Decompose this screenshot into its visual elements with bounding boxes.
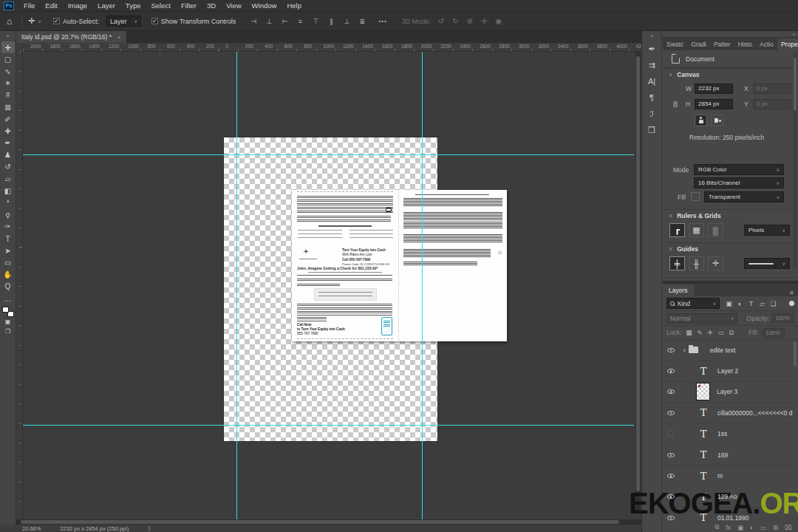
layer-row[interactable]: ∨ T Layer 2	[663, 361, 798, 381]
add-mask-icon[interactable]: ▣	[737, 524, 743, 531]
guide-vertical-2[interactable]	[422, 52, 423, 519]
layer-visibility-toggle[interactable]	[663, 369, 678, 373]
menu-item[interactable]: View	[221, 1, 246, 10]
filter-shape-icon[interactable]: ▱	[757, 300, 768, 307]
layer-name[interactable]: edite text	[710, 347, 736, 354]
auto-select-checkbox[interactable]: ✓	[53, 18, 60, 24]
menu-item[interactable]: Window	[247, 1, 282, 10]
dodge-tool[interactable]: ϙ	[1, 209, 15, 221]
horizontal-ruler[interactable]: 2000180016001400120010008006004002000200…	[16, 43, 641, 52]
color-mode-dropdown[interactable]: RGB Color ∨	[694, 164, 784, 175]
more-options-icon[interactable]: •••	[378, 18, 386, 24]
status-chevron-icon[interactable]: ⟩	[148, 525, 150, 532]
layer-effects-icon[interactable]: fx	[726, 524, 731, 531]
layer-row[interactable]: ∨ T 1ss	[663, 424, 798, 445]
quick-mask-icon[interactable]: ▣	[1, 317, 15, 327]
layers-menu-icon[interactable]: ≡	[785, 289, 798, 296]
menu-item[interactable]: Image	[63, 1, 92, 10]
document-tab[interactable]: Italy id.psd @ 20.7% (RGB/16) * ×	[16, 31, 126, 43]
eyedropper-tool[interactable]: ✐	[1, 113, 15, 125]
ruler-units-dropdown[interactable]: Pixels ∨	[744, 225, 790, 236]
panel-tab[interactable]: Swatc	[663, 38, 687, 50]
snap-toggle-icon[interactable]: ▒	[708, 223, 723, 237]
grid-toggle-icon[interactable]: ▦	[689, 223, 704, 237]
menu-item[interactable]: Layer	[92, 1, 120, 10]
layer-visibility-toggle[interactable]	[663, 348, 678, 352]
adjustment-layer-icon[interactable]: ◐	[750, 524, 754, 531]
canvas-viewport[interactable]: ✈ Turn Your Equity into Cash With Rates …	[16, 52, 641, 519]
frame-tool[interactable]: ⊠	[1, 101, 15, 113]
link-layers-icon[interactable]: ⧉	[715, 523, 719, 531]
healing-brush-tool[interactable]: ✚	[1, 125, 15, 137]
toolbar-collapse-icon[interactable]: »	[7, 31, 10, 41]
orientation-portrait-button[interactable]	[695, 115, 707, 126]
shape-tool[interactable]: ▭	[1, 256, 15, 268]
rulers-grids-section-header[interactable]: ∨ Rulers & Grids	[663, 209, 798, 222]
menu-item[interactable]: 3D	[202, 1, 221, 10]
brush-tool[interactable]: ✒	[1, 137, 15, 149]
clone-source-icon[interactable]: ⇉	[644, 57, 661, 73]
screen-mode-icon[interactable]: ❐	[1, 327, 15, 336]
foreground-background-swatches[interactable]	[2, 307, 14, 317]
brush-settings-icon[interactable]: ✒	[644, 41, 661, 57]
group-expand-chevron-icon[interactable]: ∨	[683, 347, 686, 353]
panel-tab[interactable]: Actio	[756, 38, 777, 50]
layer-row[interactable]: ∨ T m	[663, 466, 798, 486]
gradient-tool[interactable]: ◧	[1, 185, 15, 197]
layer-visibility-toggle[interactable]	[663, 494, 678, 499]
canvas-vertical-scrollbar[interactable]	[635, 52, 641, 514]
rulers-toggle-icon[interactable]: ┏	[669, 223, 685, 237]
layer-visibility-toggle[interactable]	[663, 411, 678, 415]
menu-item[interactable]: Type	[120, 1, 146, 10]
properties-scrollbar[interactable]	[793, 53, 797, 267]
layer-name[interactable]: 169	[717, 451, 728, 459]
auto-select-target-dropdown[interactable]: Layer ∨	[106, 16, 141, 27]
layer-name[interactable]: m	[717, 472, 723, 480]
layer-visibility-toggle[interactable]	[663, 516, 678, 520]
edit-toolbar[interactable]: …	[1, 293, 15, 304]
layer-name[interactable]: cilla0000000...<<<<<<<0 d	[717, 409, 792, 417]
expand-panels-icon[interactable]: «	[650, 31, 653, 41]
canvas-width-field[interactable]: 2232 px	[695, 83, 733, 94]
layer-visibility-toggle[interactable]	[663, 474, 678, 478]
lock-all-icon[interactable]: Ω	[729, 329, 734, 336]
libraries-panel-icon[interactable]: ❒	[644, 122, 661, 138]
layers-tab[interactable]: Layers	[663, 284, 694, 296]
layer-row[interactable]: ∨ T edite text	[663, 340, 798, 361]
glyphs-panel-icon[interactable]: ℐ	[644, 106, 661, 122]
opacity-field[interactable]: 100%	[772, 313, 794, 323]
filter-smartobject-icon[interactable]: ❏	[768, 300, 779, 307]
align-bottom-icon[interactable]: ⊥	[342, 18, 351, 25]
lock-move-icon[interactable]: ✛	[707, 329, 712, 336]
clear-guides-icon[interactable]: ✛	[708, 256, 723, 270]
layer-row[interactable]: ∨ T 169	[663, 445, 798, 466]
canvas-fill-dropdown[interactable]: Transparent ∨	[704, 191, 784, 202]
document-image[interactable]: ✈ Turn Your Equity into Cash With Rates …	[292, 190, 507, 341]
new-group-icon[interactable]: ▭	[760, 524, 766, 531]
canvas-section-header[interactable]: ∨ Canvas	[663, 68, 798, 81]
guide-style-dropdown[interactable]: ∨	[744, 258, 790, 269]
clone-stamp-tool[interactable]: ♟	[1, 149, 15, 161]
guides-toggle-icon[interactable]: ╪	[669, 256, 685, 270]
canvas-height-field[interactable]: 2854 px	[695, 99, 733, 109]
menu-item[interactable]: Filter	[176, 1, 202, 10]
canvas-horizontal-scrollbar[interactable]	[16, 519, 641, 525]
move-tool-icon[interactable]: ✛	[25, 16, 38, 26]
tool-preset-chevron-icon[interactable]: ∨	[38, 18, 41, 24]
3d-pan-icon[interactable]: ⊕	[467, 17, 473, 25]
layer-visibility-toggle[interactable]	[663, 431, 678, 437]
lock-paint-icon[interactable]: ✎	[697, 329, 702, 336]
quick-actions-section-header[interactable]: ∨ Quick Actions	[663, 277, 798, 284]
lasso-tool[interactable]: ∿	[1, 65, 15, 77]
zoom-level-field[interactable]: 20.66%	[22, 525, 41, 532]
menu-item[interactable]: Help	[282, 1, 307, 10]
canvas-y-field[interactable]: 0 px	[753, 99, 791, 109]
filter-on-toggle[interactable]	[789, 301, 794, 306]
guide-horizontal-2[interactable]	[23, 425, 634, 426]
align-center-h-icon[interactable]: ⊥	[265, 18, 273, 25]
layer-filter-kind-dropdown[interactable]: Kind ∨	[666, 298, 720, 309]
lock-guides-icon[interactable]: ╫	[689, 256, 704, 270]
blur-tool[interactable]: ❛	[1, 197, 15, 208]
layer-name[interactable]: 1ss	[717, 430, 727, 437]
object-selection-tool[interactable]: ✶	[1, 78, 15, 89]
